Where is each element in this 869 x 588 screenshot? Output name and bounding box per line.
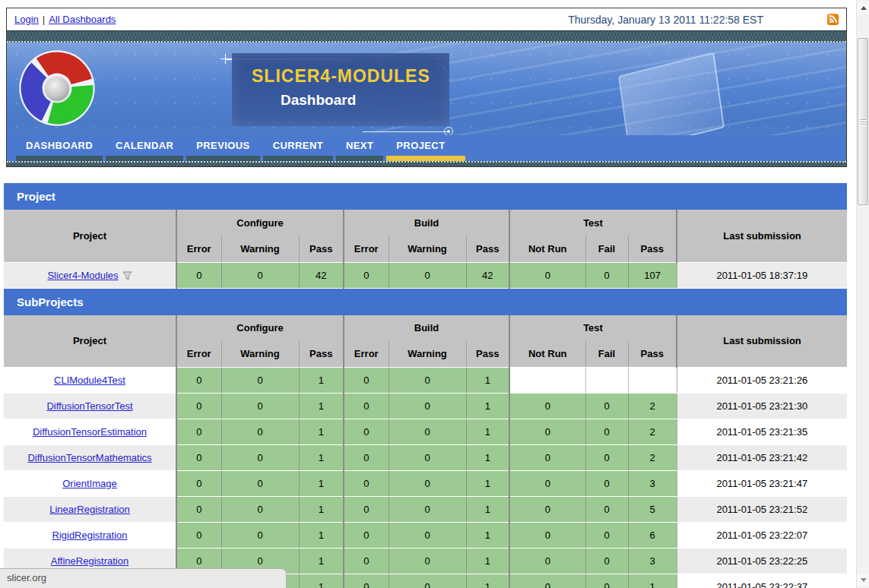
build-pass-cell: 1 [466,445,509,471]
build-pass-cell: 42 [466,262,509,288]
column-header-build-error: Error [344,341,389,368]
column-header-test-notrun: Not Run [509,341,585,368]
build-pass-cell: 1 [466,574,509,588]
test-pass-cell: 107 [628,262,677,288]
scroll-down-button[interactable] [857,574,869,586]
scrollbar-thumb[interactable] [858,38,868,205]
table-row: DiffusionTensorEstimation 0 0 1 0 0 1 0 … [4,419,847,445]
build-error-cell: 0 [344,419,389,445]
configure-warning-cell: 0 [221,368,299,394]
build-pass-cell: 1 [466,497,509,523]
test-pass-cell: 3 [628,471,677,497]
subproject-link[interactable]: DiffusionTensorTest [46,400,132,412]
all-dashboards-link[interactable]: All Dashboards [49,14,116,25]
login-link[interactable]: Login [14,14,39,25]
column-header-configure-error: Error [176,236,221,262]
test-pass-cell: 1 [628,574,677,588]
configure-pass-cell: 1 [299,548,344,574]
build-pass-cell: 1 [466,368,509,394]
project-link[interactable]: Slicer4-Modules [47,270,118,281]
configure-warning-cell: 0 [221,394,299,419]
build-error-cell: 0 [344,394,389,419]
build-warning-cell: 0 [389,368,466,394]
column-header-configure-warning: Warning [221,236,299,262]
test-notrun-cell: 0 [509,548,585,574]
filter-icon[interactable] [122,271,132,280]
configure-error-cell: 0 [176,419,221,445]
subproject-link[interactable]: LinearRegistration [49,504,130,515]
tab-current[interactable]: CURRENT [263,135,333,161]
configure-pass-cell: 1 [299,445,344,471]
test-notrun-cell: 0 [509,497,585,523]
tab-calendar[interactable]: CALENDAR [106,135,183,161]
table-row: LinearRegistration 0 0 1 0 0 1 0 0 5 201… [4,497,847,523]
subproject-link[interactable]: OrientImage [62,478,117,489]
test-notrun-cell: 0 [509,574,585,588]
last-submission-cell: 2011-01-05 23:22:37 [677,574,847,588]
tab-previous[interactable]: PREVIOUS [186,135,259,161]
column-header-configure-error: Error [176,341,221,368]
test-notrun-cell: 0 [509,262,585,288]
column-header-test-fail: Fail [585,341,628,368]
tab-project[interactable]: PROJECT [386,135,465,161]
column-group-configure: Configure [176,315,344,341]
column-group-build: Build [344,210,509,236]
circle-dot-decoration [444,127,453,135]
column-header-build-warning: Warning [389,341,466,368]
table-row: Slicer4-Modules 0 0 42 0 0 42 0 0 107 20… [4,262,847,288]
subproject-link[interactable]: DiffusionTensorEstimation [33,426,147,438]
test-fail-cell: 0 [585,471,628,497]
nav-bar: DASHBOARD CALENDAR PREVIOUS CURRENT NEXT… [7,135,846,161]
tab-label: CALENDAR [106,135,183,153]
test-notrun-cell: 0 [509,394,585,419]
test-notrun-cell: 0 [509,445,585,471]
arrow-up-icon [861,6,867,10]
last-submission-cell: 2011-01-05 23:22:07 [677,523,847,548]
build-error-cell: 0 [344,445,389,471]
build-warning-cell: 0 [389,394,466,419]
column-header-last-submission: Last submission [677,315,847,368]
configure-pass-cell: 1 [299,394,344,419]
banner: SLICER4-MODULES Dashboard [7,43,846,135]
last-submission-cell: 2011-01-05 23:21:47 [677,471,847,497]
column-header-test-fail: Fail [585,236,628,262]
slicer-logo [16,47,98,129]
subproject-link[interactable]: AffineRegistration [51,555,128,567]
build-pass-cell: 1 [466,394,509,419]
test-fail-cell [585,368,628,394]
browser-status-tooltip: slicer.org [0,568,287,588]
tab-next[interactable]: NEXT [336,135,383,161]
subproject-link[interactable]: RigidRegistration [52,530,128,541]
table-row: CLIModule4Test 0 0 1 0 0 1 2011-01-05 23… [4,368,847,394]
build-error-cell: 0 [344,262,389,288]
test-pass-cell: 2 [628,419,677,445]
table-row: OrientImage 0 0 1 0 0 1 0 0 3 2011-01-05… [4,471,847,497]
scrollbar-grip-icon [861,119,866,126]
build-pass-cell: 1 [466,548,509,574]
banner-bottom-strip [7,161,846,166]
column-group-test: Test [509,315,677,341]
column-header-build-pass: Pass [466,236,509,262]
column-header-test-pass: Pass [628,341,677,368]
tab-label: PREVIOUS [186,135,259,153]
table-row: DiffusionTensorTest 0 0 1 0 0 1 0 0 2 20… [4,394,847,419]
subproject-link[interactable]: CLIModule4Test [54,375,125,386]
test-notrun-cell: 0 [509,419,585,445]
last-submission-cell: 2011-01-05 23:21:42 [677,445,847,471]
build-warning-cell: 0 [389,471,466,497]
last-submission-cell: 2011-01-05 23:21:35 [677,419,847,445]
build-error-cell: 0 [344,523,389,548]
build-warning-cell: 0 [389,548,466,574]
column-header-project: Project [4,315,176,368]
browser-scrollbar[interactable] [856,0,869,588]
configure-pass-cell: 1 [299,419,344,445]
subproject-link[interactable]: DiffusionTensorMathematics [27,452,151,463]
rss-feed-icon[interactable] [827,14,839,25]
project-summary-table: Project Configure Build Test Last submis… [4,210,847,289]
configure-warning-cell: 0 [221,523,299,548]
project-section-header: Project [4,183,847,210]
tab-dashboard[interactable]: DASHBOARD [16,135,103,161]
column-header-project: Project [4,210,176,262]
scroll-up-button[interactable] [857,2,869,14]
build-pass-cell: 1 [466,471,509,497]
